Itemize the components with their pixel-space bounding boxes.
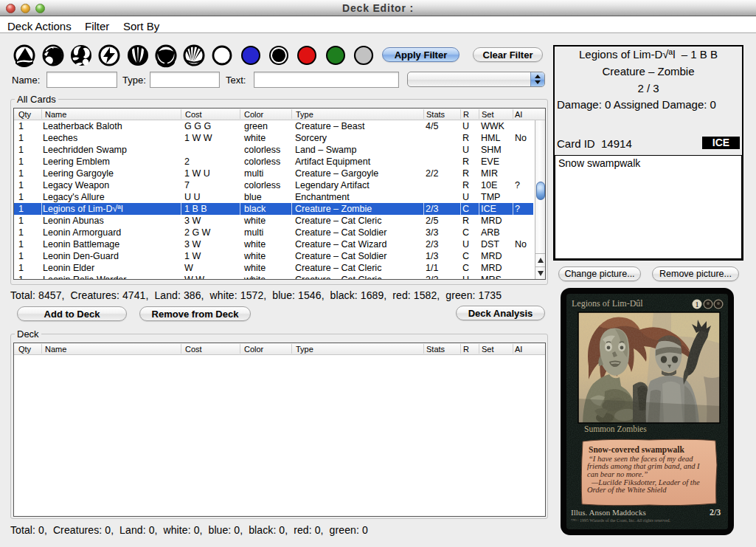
svg-text:can bear no more.”: can bear no more.” bbox=[587, 470, 648, 478]
svg-text:2/3: 2/3 bbox=[710, 507, 721, 517]
svg-text:Legions of Lim-Dûl: Legions of Lim-Dûl bbox=[572, 298, 643, 309]
svg-text:™© 1995 Wizards of the Coast,: ™© 1995 Wizards of the Coast, Inc. All r… bbox=[571, 518, 671, 523]
svg-text:“I have seen the faces of my d: “I have seen the faces of my dead bbox=[589, 455, 693, 463]
svg-text:Snow-covered swampwalk: Snow-covered swampwalk bbox=[589, 445, 684, 455]
svg-text:Illus. Anson Maddocks: Illus. Anson Maddocks bbox=[571, 508, 646, 517]
svg-text:—Lucilde Fiksdotter, Leader of: —Lucilde Fiksdotter, Leader of the bbox=[591, 478, 700, 486]
svg-text:Summon Zombies: Summon Zombies bbox=[584, 424, 647, 433]
svg-text:Order of the White Shield: Order of the White Shield bbox=[587, 486, 667, 494]
svg-text:friends among that grim band,: friends among that grim band, and I bbox=[587, 462, 700, 470]
svg-text:1: 1 bbox=[695, 300, 699, 309]
